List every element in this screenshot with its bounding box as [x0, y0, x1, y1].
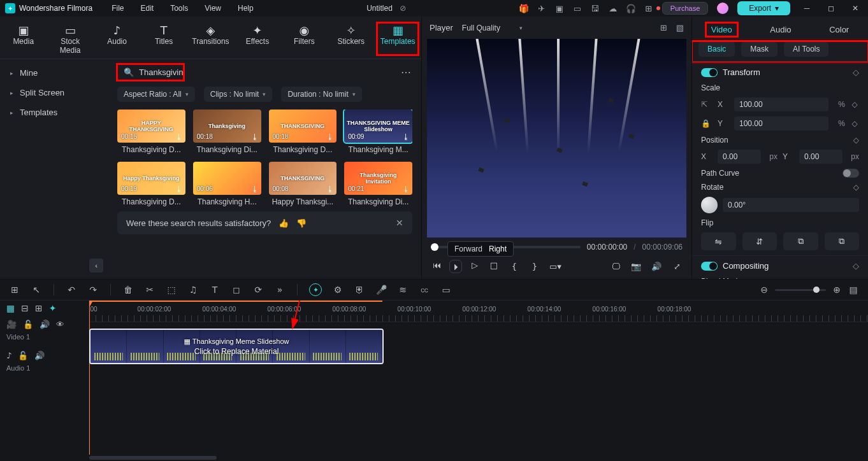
scale-x-input[interactable]: 100.00 — [734, 97, 828, 111]
headphones-icon[interactable]: 🎧 — [626, 4, 635, 13]
subtab-basic[interactable]: Basic — [698, 41, 735, 57]
menu-edit[interactable]: Edit — [141, 4, 154, 13]
sidenav-templates[interactable]: ▸Templates — [0, 103, 108, 122]
play-button[interactable]: ▷ — [469, 260, 481, 273]
mixer-icon[interactable]: ≋ — [397, 285, 409, 295]
track-mode-1[interactable]: ▦ — [6, 303, 15, 313]
timeline-clip[interactable]: ▦ Thanksgiving Meme Slideshow Click to R… — [89, 329, 384, 364]
mute-icon[interactable]: 🔊 — [34, 351, 45, 360]
ai-button[interactable]: ✦ — [309, 283, 322, 296]
playhead[interactable] — [89, 301, 90, 455]
step-back-button[interactable]: ⏮ — [431, 260, 442, 273]
keyframe-icon[interactable]: ◇ — [850, 119, 859, 128]
track-mode-3[interactable]: ⊞ — [35, 303, 43, 313]
tracks-area[interactable]: 00:0000:00:02:0000:00:04:0000:00:06:0000… — [89, 301, 868, 455]
avatar[interactable] — [717, 3, 728, 14]
undo-button[interactable]: ↶ — [66, 285, 77, 295]
snapshot-button[interactable]: 📷 — [630, 262, 642, 271]
pos-y-input[interactable]: 0.00 — [799, 150, 843, 164]
media-tab-media[interactable]: ▣Media — [3, 23, 44, 55]
filter-duration[interactable]: Duration : No limit▾ — [281, 87, 361, 102]
zoom-handle[interactable] — [813, 287, 820, 293]
thumbs-down-button[interactable]: 👎 — [296, 218, 307, 228]
ratio-button[interactable]: ▭▾ — [549, 262, 561, 271]
timeline-scrollbar[interactable] — [0, 455, 868, 461]
display-button[interactable]: 🖵 — [610, 262, 621, 271]
track-mode-2[interactable]: ⊟ — [21, 303, 29, 313]
flip-horizontal-button[interactable]: ⇋ — [701, 232, 736, 250]
template-thumb[interactable]: THANKSGIVING MEME Slideshow00:09⭳Thanksg… — [344, 110, 412, 154]
play-forward-button[interactable]: ⏵ — [450, 260, 461, 273]
speed-tool-icon[interactable]: ⟳ — [252, 285, 264, 295]
compositing-toggle[interactable] — [701, 262, 718, 271]
subtab-mask[interactable]: Mask — [741, 41, 778, 57]
keyframe-icon[interactable]: ◇ — [853, 183, 859, 192]
menu-tools[interactable]: Tools — [170, 4, 188, 13]
download-icon[interactable]: ⭳ — [326, 132, 334, 141]
split-button[interactable]: ✂ — [144, 285, 156, 295]
mute-icon[interactable]: 🔊 — [40, 320, 50, 329]
window-close-button[interactable]: ✕ — [848, 4, 863, 13]
lock-icon[interactable]: 🔓 — [18, 351, 28, 360]
template-thumb[interactable]: THANKSGIVING00:08⭳Happy Thanksgi... — [269, 162, 337, 206]
rotate-input[interactable]: 0.00° — [723, 198, 859, 212]
template-thumb[interactable]: Thanksgiving00:18⭳Thanksgiving Di... — [193, 110, 261, 154]
shield-icon[interactable]: ⛨ — [354, 285, 365, 295]
keyframe-icon[interactable]: ◇ — [853, 67, 859, 77]
search-box[interactable]: 🔍 — [117, 64, 184, 80]
more-options-button[interactable]: ⋯ — [401, 66, 412, 78]
download-icon[interactable]: ⭳ — [251, 185, 259, 194]
zoom-in-button[interactable]: ⊕ — [831, 285, 843, 295]
redo-button[interactable]: ↷ — [87, 285, 99, 295]
export-button[interactable]: Export▾ — [737, 1, 790, 15]
send-icon[interactable]: ✈ — [537, 4, 546, 13]
download-icon[interactable]: ⭳ — [402, 132, 410, 141]
zoom-fit-button[interactable]: ▤ — [848, 285, 859, 295]
keyframe-icon[interactable]: ◇ — [850, 100, 859, 109]
link-icon[interactable]: ⇱ — [701, 100, 712, 109]
media-tab-stickers[interactable]: ✧Stickers — [331, 23, 372, 55]
pointer-tool-icon[interactable]: ↖ — [31, 285, 42, 295]
filter-clips[interactable]: Clips : No limit▾ — [204, 87, 273, 102]
prop-tab-audio[interactable]: Audio — [765, 23, 796, 36]
zoom-out-button[interactable]: ⊖ — [758, 285, 770, 295]
crop-button[interactable]: ⬚ — [166, 285, 177, 295]
audio-tool-icon[interactable]: ♫ — [187, 285, 199, 295]
download-icon[interactable]: ⭳ — [326, 185, 334, 194]
mark-out-button[interactable]: } — [529, 262, 540, 271]
monitor-icon[interactable]: ▭ — [573, 4, 582, 13]
template-thumb[interactable]: Thanksgiving Invitation00:21⭳Thanksgivin… — [344, 162, 412, 206]
keyframe-icon[interactable]: ◇ — [853, 136, 859, 145]
prop-tab-video[interactable]: Video — [706, 23, 737, 36]
layout-icon[interactable]: ⊞ — [9, 285, 20, 295]
media-tab-titles[interactable]: TTitles — [143, 23, 184, 55]
gear-icon[interactable]: ⚙ — [332, 285, 344, 295]
flip-vertical-button[interactable]: ⇵ — [742, 232, 778, 250]
download-icon[interactable]: ⭳ — [175, 185, 183, 194]
mark-in-button[interactable]: { — [509, 262, 520, 271]
menu-file[interactable]: File — [112, 4, 124, 13]
download-icon[interactable]: ⭳ — [251, 132, 259, 141]
project-title[interactable]: Untitled ⊘ — [254, 4, 519, 13]
template-thumb[interactable]: Happy Thanksgiving00:19⭳Thanksgiving D..… — [117, 162, 185, 206]
sidenav-split-screen[interactable]: ▸Split Screen — [0, 83, 108, 103]
visibility-icon[interactable]: 👁 — [56, 320, 64, 329]
mic-icon[interactable]: 🎤 — [375, 285, 387, 295]
download-icon[interactable]: ⭳ — [402, 185, 410, 194]
fullscreen-button[interactable]: ⤢ — [671, 262, 683, 271]
picture-icon[interactable]: ▧ — [676, 23, 684, 32]
filter-aspect-ratio[interactable]: Aspect Ratio : All▾ — [117, 87, 195, 102]
download-icon[interactable]: ⭳ — [175, 132, 183, 141]
collapse-sidenav-button[interactable]: ‹ — [89, 259, 103, 273]
cloud-icon[interactable]: ☁ — [609, 4, 618, 13]
template-thumb[interactable]: HAPPY THANKSGIVING00:15⭳Thanksgiving D..… — [117, 110, 185, 154]
scale-y-input[interactable]: 100.00 — [734, 117, 828, 131]
lock-icon[interactable]: 🔓 — [23, 320, 33, 329]
save-icon[interactable]: 🖫 — [591, 4, 600, 13]
rotate-knob[interactable] — [701, 197, 718, 213]
quality-select[interactable]: Full Quality▾ — [462, 24, 523, 32]
zoom-slider[interactable] — [775, 289, 826, 291]
template-thumb[interactable]: THANKSGIVING00:18⭳Thanksgiving D... — [269, 110, 337, 154]
template-thumb[interactable]: 00:06⭳Thanksgiving H... — [193, 162, 261, 206]
scrubber-handle[interactable] — [431, 243, 438, 251]
